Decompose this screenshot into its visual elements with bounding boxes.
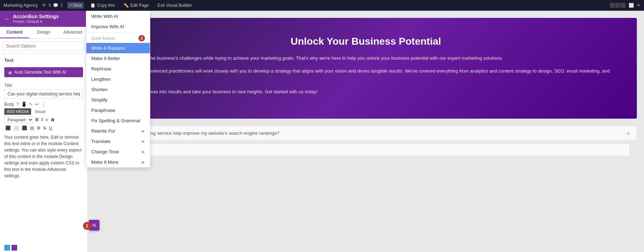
format-toolbar: Paragraph B I ≡ ≣ (4, 116, 83, 123)
hero-section: Unlock Your Business Potential We unders… (95, 18, 637, 119)
menu-change-tone[interactable]: Change Tone ▶ (86, 147, 150, 157)
edit-icon: ✏️ (123, 3, 129, 8)
sidebar: ← Accordion Settings Preset: Default ▾ C… (0, 11, 88, 252)
ai-icon: 🤖 (8, 70, 12, 74)
hero-para-1: We understand the business's challenges … (116, 54, 615, 62)
menu-quick-actions-label: Quick Actions 2 (86, 34, 150, 43)
title-input[interactable] (4, 89, 83, 99)
arrow-icon: ▶ (142, 150, 145, 154)
body-label: Body (4, 102, 14, 107)
arrow-icon: ▶ (142, 160, 145, 164)
new-button[interactable]: + New (67, 2, 84, 9)
menu-rephrase[interactable]: Rephrase (86, 64, 150, 74)
sidebar-header: ← Accordion Settings Preset: Default ▾ (0, 11, 87, 27)
hero-para-2: Our team of experienced practitioners wi… (116, 67, 615, 83)
ai-dropdown-menu: Write With AI Improve With AI Quick Acti… (86, 11, 150, 168)
menu-shorten[interactable]: Shorten (86, 84, 150, 95)
help-icon: ? (16, 102, 19, 107)
text-section-title: Text (4, 58, 83, 63)
edit-page-button[interactable]: ✏️ Edit Page (121, 2, 151, 9)
topbar-right-icons: ⬛⬛⬛ ⬜ ✕ (610, 3, 640, 8)
align-center[interactable]: ⬜ (13, 125, 20, 131)
paragraph-select[interactable]: Paragraph (4, 116, 34, 123)
content-area: Unlock Your Business Potential We unders… (88, 11, 644, 252)
body-toolbar: Body ? 📱 ↖ ↩ ⋮ (4, 102, 83, 107)
menu-make-it-better[interactable]: Make It Better (86, 53, 150, 64)
copy-this-button[interactable]: 📋 Copy this (88, 2, 117, 9)
topbar-icons: 👁 9 💬 2 (42, 3, 63, 8)
accordion-area: Can your digital marketing service help … (95, 126, 637, 156)
accordion-item-1: Can your digital marketing service help … (95, 126, 637, 140)
sidebar-tabs: Content Design Advanced (0, 27, 87, 39)
menu-divider-1 (86, 33, 150, 33)
menu-make-it-more[interactable]: Make It More ▶ (86, 157, 150, 167)
hero-para-3: Let's turn your ideas into results and t… (116, 88, 615, 96)
add-media-button[interactable]: ADD MEDIA (4, 108, 31, 115)
align-justify[interactable]: ▤ (29, 125, 35, 131)
sidebar-search (0, 39, 87, 54)
ol-button[interactable]: ≣ (50, 117, 55, 123)
step-badge-1: 1 (83, 222, 91, 230)
underline-button[interactable]: U (48, 125, 53, 131)
more-icon[interactable]: ⋮ (41, 102, 46, 107)
menu-simplify[interactable]: Simplify (86, 95, 150, 105)
arrow-icon: ▶ (142, 139, 145, 143)
visual-button[interactable]: Visual (33, 109, 47, 114)
back-button[interactable]: ← (4, 16, 10, 22)
sidebar-title: Accordion Settings (13, 14, 59, 19)
align-right[interactable]: ⬛ (21, 125, 28, 131)
auto-generate-button[interactable]: 🤖 Auto Generate Text With AI (4, 67, 83, 77)
ul-button[interactable]: ≡ (44, 117, 49, 123)
main-layout: ← Accordion Settings Preset: Default ▾ C… (0, 11, 644, 252)
views-count: 9 (48, 3, 51, 8)
menu-paraphrase[interactable]: Paraphrase (86, 105, 150, 115)
menu-rewrite-for[interactable]: Rewrite For ▶ (86, 126, 150, 136)
accordion-chevron: ⊕ (626, 131, 630, 136)
divi-purple-icon (11, 245, 17, 251)
strikethrough-button[interactable]: S̶ (42, 125, 47, 131)
menu-lengthen[interactable]: Lengthen (86, 74, 150, 84)
comments-count: 2 (60, 3, 63, 8)
align-left[interactable]: ⬛ (4, 125, 12, 131)
editor-footer (4, 245, 83, 251)
text-section: Text (0, 54, 87, 64)
table-button[interactable]: ⊞ (36, 125, 42, 131)
title-label: Title (4, 83, 83, 88)
topbar: Marketing Agency 👁 9 💬 2 + New 📋 Copy th… (0, 0, 644, 11)
menu-fix-spelling[interactable]: Fix Spelling & Grammar (86, 115, 150, 126)
badge-2: 2 (138, 35, 145, 41)
sidebar-preset[interactable]: Preset: Default ▾ (13, 19, 59, 24)
copy-icon: 📋 (90, 3, 96, 8)
editor-content[interactable]: Your content goes here. Edit or remove t… (4, 134, 83, 242)
site-name: Marketing Agency (4, 3, 38, 8)
hero-title: Unlock Your Business Potential (116, 36, 615, 47)
undo-icon[interactable]: ↩ (35, 102, 39, 107)
exit-builder-button[interactable]: Exit Visual Builder (155, 2, 194, 9)
alignment-toolbar: ⬛ ⬜ ⬛ ▤ ⊞ S̶ U (4, 125, 83, 131)
cursor-icon[interactable]: ↖ (29, 102, 33, 107)
italic-button[interactable]: I (40, 117, 44, 123)
views-icon: 👁 (42, 3, 46, 8)
menu-write-replace[interactable]: Write & Replace (86, 43, 150, 53)
accordion-header-1[interactable]: Can your digital marketing service help … (95, 126, 636, 140)
divi-icons (4, 245, 17, 251)
divi-blue-icon (4, 245, 10, 251)
arrow-icon: ▶ (142, 129, 145, 133)
tab-advanced[interactable]: Advanced (58, 27, 87, 38)
mobile-icon[interactable]: 📱 (21, 102, 27, 107)
tab-content[interactable]: Content (0, 27, 29, 38)
menu-translate[interactable]: Translate ▶ (86, 136, 150, 147)
menu-improve-with-ai[interactable]: Improve With AI (86, 21, 150, 32)
bold-button[interactable]: B (34, 117, 40, 123)
tab-design[interactable]: Design (29, 27, 58, 38)
search-input[interactable] (3, 41, 84, 51)
menu-write-with-ai[interactable]: Write With AI (86, 11, 150, 21)
accordion-item-2 (102, 143, 630, 156)
editor-toolbar: ADD MEDIA Visual (4, 108, 83, 115)
